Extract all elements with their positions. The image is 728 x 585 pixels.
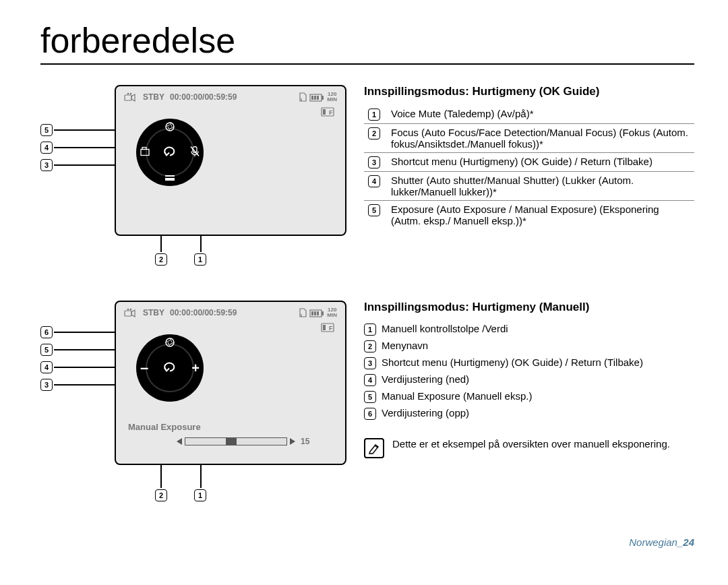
svg-rect-7 (317, 96, 319, 100)
svg-rect-23 (311, 311, 313, 315)
svg-rect-0 (125, 95, 131, 100)
legend-text: Shutter (Auto shutter/Manual Shutter) (L… (387, 172, 694, 201)
aperture-icon (164, 337, 175, 350)
slider-value: 15 (301, 437, 309, 446)
svg-rect-15 (165, 175, 175, 177)
battery-icon (309, 308, 324, 317)
camera-icon (124, 92, 136, 102)
svg-text:F: F (329, 325, 333, 332)
callout-box: 5 (40, 124, 53, 136)
manual-exposure-label: Manual Exposure (128, 422, 201, 432)
callout-box: 3 (40, 159, 53, 171)
battery-icon (309, 92, 324, 102)
callout-box: 1 (194, 253, 206, 266)
camera-screen: STBY 00:00:00/00:59:59 120MIN F (115, 301, 346, 465)
ef-icon: F (321, 321, 334, 333)
focus-icon (140, 147, 150, 158)
legend-num: 3 (364, 357, 376, 369)
legend-text: Manual Exposure (Manuell eksp.) (382, 390, 532, 402)
legend-list-manual: 1Manuell kontrollstolpe /Verdi 2Menynavn… (364, 321, 694, 422)
figure-ok-guide: 5 4 3 2 1 STBY (40, 85, 364, 274)
legend-num: 2 (364, 340, 376, 352)
legend-num: 2 (368, 127, 380, 140)
camera-icon (124, 308, 136, 318)
legend-num: 4 (368, 175, 380, 187)
return-icon (163, 361, 177, 376)
note-icon (364, 438, 384, 458)
section-heading: Innspillingsmodus: Hurtigmeny (OK Guide) (364, 85, 694, 98)
control-dial[interactable]: + – (136, 334, 204, 402)
callout-box: 2 (155, 489, 167, 501)
svg-point-29 (166, 338, 174, 346)
legend-num: 6 (364, 408, 376, 420)
svg-rect-6 (314, 96, 316, 100)
callout-box: 4 (40, 361, 53, 373)
legend-text: Verdijustering (opp) (382, 407, 469, 419)
shutter-icon (164, 173, 175, 183)
camera-screen: STBY 00:00:00/00:59:59 120MIN F (115, 85, 346, 236)
svg-point-1 (127, 93, 129, 95)
card-icon (299, 92, 307, 102)
callout-box: 6 (40, 326, 53, 338)
callout-box: 5 (40, 344, 53, 356)
status-time: 00:00:00/00:59:59 (170, 92, 237, 102)
svg-rect-17 (142, 148, 146, 150)
legend-num: 1 (368, 109, 380, 121)
svg-point-2 (130, 93, 132, 95)
callout-box: 1 (194, 489, 206, 501)
slider-bar[interactable] (185, 437, 287, 445)
svg-point-20 (130, 309, 132, 311)
legend-text: Exposure (Auto Exposure / Manual Exposur… (387, 201, 694, 230)
legend-num: 1 (364, 324, 376, 336)
legend-num: 5 (364, 391, 376, 403)
card-icon (299, 308, 307, 318)
note: Dette er et eksempel på oversikten over … (364, 438, 694, 458)
svg-text:F: F (329, 109, 333, 116)
status-stby: STBY (143, 308, 164, 317)
svg-point-19 (127, 309, 129, 311)
duration-icon: 120MIN (327, 92, 337, 102)
legend-num: 5 (368, 204, 380, 216)
figure-manual: 6 5 4 3 2 1 (40, 301, 364, 510)
svg-rect-22 (322, 311, 324, 315)
callout-box: 4 (40, 142, 53, 154)
legend-num: 3 (368, 156, 380, 168)
return-icon (163, 145, 177, 160)
legend-text: Shortcut menu (Hurtigmeny) (OK Guide) / … (387, 153, 694, 172)
minus-icon: – (140, 359, 148, 377)
legend-text: Shortcut menu (Hurtigmeny) (OK Guide) / … (382, 357, 643, 368)
slider-left-icon[interactable] (177, 438, 182, 445)
callout-box: 3 (40, 379, 53, 391)
section-heading: Innspillingsmodus: Hurtigmeny (Manuell) (364, 301, 694, 314)
slider-right-icon[interactable] (290, 438, 295, 445)
legend-text: Voice Mute (Taledemp) (Av/på)* (387, 105, 694, 124)
page-title: forberedelse (40, 20, 694, 65)
svg-rect-14 (165, 178, 175, 181)
ef-icon: F (321, 105, 334, 117)
legend-text: Focus (Auto Focus/Face Detection/Manual … (387, 124, 694, 153)
aperture-icon (164, 121, 175, 134)
legend-num: 4 (364, 374, 376, 386)
exposure-slider[interactable]: 15 (177, 437, 309, 446)
svg-rect-9 (323, 109, 326, 115)
page-footer: Norwegian_24 (40, 536, 694, 548)
control-dial[interactable] (136, 119, 204, 186)
svg-point-11 (166, 123, 174, 131)
plus-icon: + (191, 361, 200, 376)
legend-text: Menynavn (382, 340, 428, 351)
legend-table-ok: 1 Voice Mute (Taledemp) (Av/på)* 2 Focus… (364, 105, 694, 229)
mic-mute-icon (190, 146, 200, 159)
svg-rect-27 (323, 325, 326, 330)
svg-rect-16 (141, 150, 149, 156)
svg-rect-4 (322, 96, 324, 100)
callout-box: 2 (155, 253, 167, 266)
status-stby: STBY (143, 92, 164, 102)
status-time: 00:00:00/00:59:59 (170, 308, 237, 317)
svg-rect-5 (311, 96, 313, 100)
svg-rect-24 (314, 311, 316, 315)
svg-rect-18 (125, 311, 131, 316)
legend-text: Manuell kontrollstolpe /Verdi (382, 323, 508, 334)
svg-rect-25 (317, 311, 319, 315)
note-text: Dette er et eksempel på oversikten over … (392, 438, 670, 450)
legend-text: Verdijustering (ned) (382, 373, 469, 385)
